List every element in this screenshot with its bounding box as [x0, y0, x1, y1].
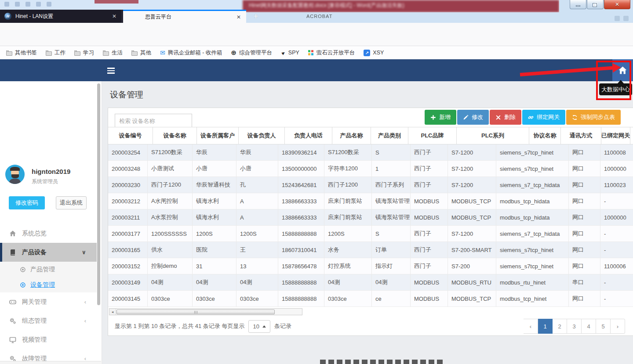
cell-protocol: siemens_s7tcp_hinet — [496, 161, 569, 177]
table-row[interactable]: 200003165 供水 医院 王 18607310041 水务 订单 西门子 … — [108, 242, 633, 258]
table-header-cell[interactable]: 协议名称 — [529, 127, 561, 144]
page-size-select[interactable]: 10 — [248, 320, 270, 333]
cell-product-name: 04测 — [324, 274, 372, 290]
bookmark-item[interactable]: 生活 — [103, 49, 123, 57]
bookmark-label: 工作 — [55, 49, 65, 57]
action-button[interactable]: 绑定网关 — [522, 110, 565, 125]
device-search-input[interactable] — [115, 114, 192, 128]
table-header-cell[interactable]: 已绑定网关 — [601, 127, 630, 144]
bookmark-label: 综合管理平台 — [239, 49, 272, 57]
bookmark-item[interactable]: 其他书签 — [6, 49, 37, 57]
bookmark-label: 其他书签 — [15, 49, 37, 57]
cell-phone: 15878656478 — [278, 258, 324, 274]
cell-plc-series: MODBUS_RTU — [448, 274, 496, 290]
table-header-cell[interactable]: 设备所属客户 — [197, 127, 239, 144]
cell-product-name: S71200数采 — [324, 144, 372, 160]
action-button[interactable]: 新增 — [425, 110, 456, 125]
device-panel: 设备编号设备名称设备所属客户设备负责人负责人电话产品名称产品类别PLC品牌PLC… — [108, 108, 633, 336]
bookmark-item[interactable]: 腾讯企业邮箱 - 收件箱 — [160, 49, 222, 57]
cell-device-id: 200003165 — [108, 242, 148, 258]
table-row[interactable]: 200003177 1200SSSSSS 1200S 1200S 1588888… — [108, 226, 633, 242]
bookmark-item[interactable]: 学习 — [74, 49, 94, 57]
page-button[interactable]: 1 — [538, 319, 553, 334]
page-button[interactable]: 2 — [553, 319, 567, 334]
table-header-cell[interactable]: 产品类别 — [371, 127, 408, 144]
browser-tab-sipu-cloud[interactable]: 思普云平台 ✕ — [123, 10, 246, 23]
page-button[interactable]: › — [611, 319, 625, 334]
menu-item-label: 视频管理 — [22, 336, 47, 344]
action-button[interactable]: 删除 — [490, 110, 521, 125]
table-row[interactable]: 200003152 控制demo 31 13 15878656478 灯控系统 … — [108, 258, 633, 274]
table-row[interactable]: 200003212 A水闸控制 镇海水利 A 13886663333 庶来门前泵… — [108, 193, 633, 209]
tab-close-icon[interactable]: ✕ — [231, 14, 246, 20]
window-close-button[interactable]: ✕ — [604, 0, 630, 9]
window-minimize-button[interactable] — [570, 0, 586, 9]
table-header-cell[interactable]: 负责人电话 — [285, 127, 332, 144]
page-button[interactable]: 4 — [582, 319, 596, 334]
sidebar-menu-item[interactable]: 系统总览 — [0, 224, 97, 243]
cell-device-id: 200003248 — [108, 161, 148, 177]
table-header-cell[interactable]: 通讯方式 — [561, 127, 601, 144]
cell-device-name: S71200数采 — [148, 144, 193, 160]
scroll-left-icon[interactable]: ◄ — [109, 309, 116, 315]
cell-plc-series: S7-1200 — [448, 144, 496, 160]
bookmark-item[interactable]: 萤石云开放平台 — [308, 49, 355, 57]
avatar[interactable] — [5, 165, 25, 184]
word-ribbon-tab-acrobat: ACROBAT — [306, 14, 332, 19]
logout-button[interactable]: 退出系统 — [56, 196, 87, 209]
scrollbar-thumb[interactable] — [116, 310, 275, 314]
cell-product-category: 1 — [372, 161, 411, 177]
page-button[interactable]: 5 — [596, 319, 611, 334]
table-header-cell[interactable]: 设备编号 — [108, 127, 153, 144]
action-button[interactable]: 修改 — [457, 110, 489, 125]
bookmark-item[interactable]: XSY — [364, 50, 384, 56]
sidebar-menu-item[interactable]: 组态管理 ‹ — [0, 311, 97, 330]
sidebar-menu-item[interactable]: 设备管理 — [0, 277, 97, 292]
window-restore-button[interactable] — [587, 0, 604, 9]
word-quickaccess-icon — [36, 2, 41, 7]
new-tab-button[interactable]: + — [251, 11, 261, 22]
bookmark-item[interactable]: 其他 — [131, 49, 151, 57]
tab-close-icon[interactable]: ✕ — [107, 13, 122, 19]
page-button[interactable]: 3 — [567, 319, 582, 334]
bookmark-item[interactable]: SPY — [281, 50, 299, 56]
action-button[interactable]: 强制同步点表 — [566, 110, 621, 125]
sidebar-menu-item[interactable]: 产品管理 — [0, 262, 97, 277]
cell-owner: A — [236, 209, 278, 225]
sidebar-menu-item[interactable]: 产品设备 ∨ — [0, 243, 97, 262]
horizontal-scrollbar[interactable]: ◄ — [109, 308, 302, 315]
sidebar-menu-item[interactable]: 视频管理 — [0, 330, 97, 349]
user-name: hignton2019 — [32, 168, 70, 175]
table-row[interactable]: 200003145 0303ce 0303ce 0303ce 158888888… — [108, 291, 633, 307]
table-row[interactable]: 200003230 西门子1200 华辰智通科技 孔 15243642681 西… — [108, 177, 633, 193]
table-header-cell[interactable]: 设备名称 — [153, 127, 197, 144]
pagination-info-text: 显示第 1 到第 10 条记录，总共 41 条记录 每页显示 — [115, 322, 244, 330]
caret-up-icon — [262, 325, 266, 328]
sidebar-menu-item[interactable]: 网关管理 ‹ — [0, 292, 97, 311]
table-row[interactable]: 200003248 小唐测试 小唐 小唐 13500000000 字符串1200… — [108, 161, 633, 177]
sidebar-scrollbar[interactable] — [97, 83, 100, 305]
bookmark-label: 腾讯企业邮箱 - 收件箱 — [168, 49, 222, 57]
cell-protocol: siemens_s7_tcp_hidata — [496, 226, 569, 241]
table-row[interactable]: 200003211 A水泵控制 镇海水利 A 13886663333 庶来门前泵… — [108, 209, 633, 226]
cell-device-id: 200003149 — [108, 274, 148, 290]
table-header-cell[interactable]: PLC品牌 — [408, 127, 457, 144]
table-header-cell[interactable]: PLC系列 — [457, 127, 529, 144]
change-password-button[interactable]: 修改密码 — [9, 196, 45, 209]
action-button-label: 删除 — [504, 113, 516, 121]
browser-tab-hinet[interactable]: H Hinet - LAN设置 ✕ — [0, 10, 122, 23]
table-header-cell[interactable]: 设备负责人 — [239, 127, 285, 144]
page-size-value: 10 — [253, 323, 259, 330]
table-header-cell[interactable]: 产品名称 — [332, 127, 371, 144]
bookmark-item[interactable]: 综合管理平台 — [231, 49, 272, 57]
table-row[interactable]: 200003149 04测 04测 04测 15888888888 04测 04… — [108, 274, 633, 291]
cell-product-category: 镇海泵站管理 — [372, 209, 411, 225]
sidebar-collapse-icon[interactable] — [107, 66, 115, 75]
cell-owner: 王 — [236, 242, 278, 258]
cell-protocol: modbus_tcp_hinet — [496, 291, 569, 306]
page-button[interactable]: ‹ — [524, 319, 538, 334]
word-quickaccess-icon — [25, 2, 30, 7]
cell-comm-type: 网口 — [569, 209, 600, 225]
table-row[interactable]: 200003254 S71200数采 华辰 华辰 18390936214 S71… — [108, 144, 633, 161]
bookmark-item[interactable]: 工作 — [46, 49, 65, 57]
